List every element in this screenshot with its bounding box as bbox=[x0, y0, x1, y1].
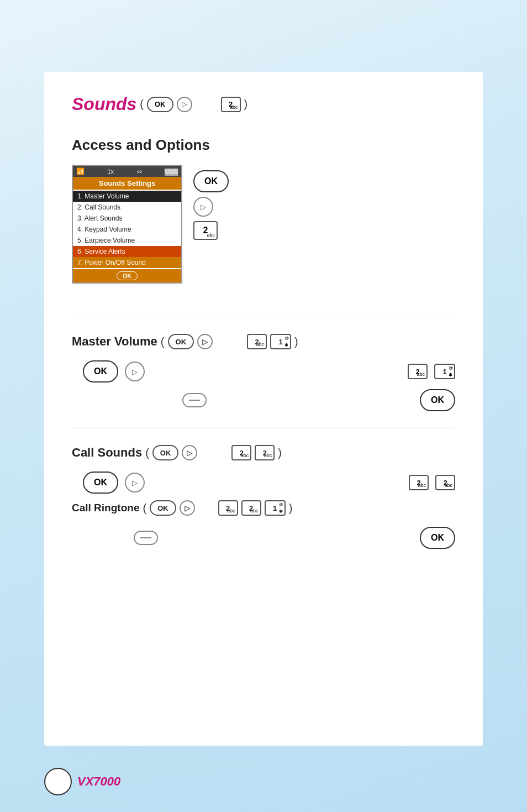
footer: VX7000 bbox=[44, 768, 120, 795]
menu-item-2: 2. Call Sounds bbox=[73, 202, 181, 213]
signal-icon: 📶 bbox=[76, 167, 85, 175]
ok-button-cr-confirm[interactable]: OK bbox=[420, 527, 455, 549]
master-volume-heading: Master Volume ( OK ▷ 2abc 1 @ ✱ ) bbox=[72, 334, 455, 349]
access-heading: Access and Options bbox=[72, 137, 455, 154]
access-keys: OK ▷ 2abc bbox=[193, 165, 229, 240]
screen-title: Sounds Settings bbox=[73, 177, 181, 190]
brand-name: VX7000 bbox=[77, 774, 120, 789]
cr-step-1: OK bbox=[72, 527, 455, 549]
ok-button-title[interactable]: OK bbox=[147, 97, 173, 112]
key-2abc-cs-2: 2abc bbox=[255, 445, 275, 460]
menu-item-4: 4. Keypad Volume bbox=[73, 224, 181, 235]
key-2abc-cs-step-1: 2abc bbox=[409, 475, 429, 490]
access-key-row-1: OK bbox=[193, 170, 229, 192]
menu-item-5: 5. Earpiece Volume bbox=[73, 235, 181, 246]
arrow-mv-step: ▷ bbox=[132, 368, 138, 376]
menu-item-6: 6. Service Alerts bbox=[73, 246, 181, 257]
ok-button-cs-step[interactable]: OK bbox=[83, 472, 118, 494]
title-section: Sounds ( OK ▷ 2abc ) bbox=[72, 94, 455, 114]
key-2abc-cr-1: 2abc bbox=[218, 500, 238, 516]
battery-icon: ▓▓▓ bbox=[165, 168, 178, 175]
screen-menu: 1. Master Volume 2. Call Sounds 3. Alert… bbox=[73, 190, 181, 269]
ok-button-cs[interactable]: OK bbox=[152, 445, 179, 460]
divider-1 bbox=[72, 317, 455, 317]
ok-button-mv-step[interactable]: OK bbox=[83, 360, 118, 383]
key-2abc-mv-step: 2abc bbox=[408, 364, 428, 379]
circle-button-access[interactable]: ▷ bbox=[193, 197, 213, 217]
key-2abc-title: 2abc bbox=[221, 97, 241, 112]
arrow-icon-access: ▷ bbox=[201, 203, 206, 211]
roaming-icon: 1x bbox=[107, 168, 114, 175]
key-2abc-access: 2abc bbox=[193, 221, 218, 240]
screen-ok: OK bbox=[73, 269, 181, 282]
mv-step-1: OK ▷ 2abc 1 @ ✱ bbox=[72, 360, 455, 383]
mv-step-2: OK bbox=[72, 389, 455, 411]
key-1-mv: 1 @ ✱ bbox=[270, 334, 291, 349]
sync-icon: ⇔ bbox=[137, 168, 142, 175]
cs-step-1: OK ▷ 2abc 2abc bbox=[72, 472, 455, 494]
key-2abc-cs-1: 2abc bbox=[231, 445, 251, 460]
access-key-row-3: 2abc bbox=[193, 221, 229, 240]
circle-button-mv[interactable]: ▷ bbox=[197, 334, 213, 349]
call-sounds-section: Call Sounds ( OK ▷ 2abc 2abc ) OK ▷ 2abc bbox=[72, 445, 455, 549]
circle-button-cs-step[interactable]: ▷ bbox=[125, 473, 145, 493]
key-2abc-cr-2: 2abc bbox=[241, 500, 261, 516]
arrow-icon-cr: ▷ bbox=[185, 504, 190, 512]
arrow-cs-step: ▷ bbox=[132, 479, 138, 487]
phone-screen: 📶 1x ⇔ ▓▓▓ Sounds Settings 1. Master Vol… bbox=[72, 165, 182, 284]
divider-2 bbox=[72, 428, 455, 428]
master-volume-section: Master Volume ( OK ▷ 2abc 1 @ ✱ ) OK ▷ bbox=[72, 334, 455, 411]
circle-button-mv-step[interactable]: ▷ bbox=[125, 362, 145, 381]
page-title: Sounds bbox=[72, 94, 136, 114]
call-sounds-heading: Call Sounds ( OK ▷ 2abc 2abc ) bbox=[72, 445, 455, 460]
access-section: Access and Options 📶 1x ⇔ ▓▓▓ Sounds Set… bbox=[72, 137, 455, 300]
key-2abc-mv: 2abc bbox=[247, 334, 267, 349]
key-2abc-cs-step-2: 2abc bbox=[435, 475, 455, 490]
call-ringtone-heading: Call Ringtone ( OK ▷ 2abc 2abc 1 @ ✱ ) bbox=[72, 500, 455, 516]
key-1-mv-step: 1 @ ✱ bbox=[434, 364, 455, 379]
menu-item-1: 1. Master Volume bbox=[73, 191, 181, 202]
ok-button-access[interactable]: OK bbox=[193, 170, 229, 192]
screen-header: 📶 1x ⇔ ▓▓▓ bbox=[73, 166, 181, 177]
access-row: 📶 1x ⇔ ▓▓▓ Sounds Settings 1. Master Vol… bbox=[72, 165, 455, 300]
menu-item-7: 7. Power On/Off Sound bbox=[73, 257, 181, 268]
circle-button-title[interactable]: ▷ bbox=[177, 97, 192, 112]
circle-button-cr[interactable]: ▷ bbox=[180, 500, 195, 516]
ok-button-mv-confirm[interactable]: OK bbox=[420, 389, 455, 411]
scroll-icon-cr bbox=[134, 531, 158, 545]
scroll-icon-mv bbox=[182, 393, 207, 407]
arrow-icon-mv: ▷ bbox=[202, 338, 208, 346]
arrow-icon: ▷ bbox=[182, 100, 187, 108]
arrow-icon-cs: ▷ bbox=[187, 449, 192, 457]
access-key-row-2: ▷ bbox=[193, 197, 229, 217]
screen-ok-label: OK bbox=[117, 271, 138, 280]
circle-button-cs[interactable]: ▷ bbox=[182, 445, 197, 460]
ok-button-cr[interactable]: OK bbox=[150, 500, 176, 516]
menu-item-3: 3. Alert Sounds bbox=[73, 213, 181, 224]
key-1-cr: 1 @ ✱ bbox=[265, 500, 286, 516]
footer-logo-circle bbox=[44, 768, 72, 795]
main-container: Sounds ( OK ▷ 2abc ) Access and Options … bbox=[44, 72, 483, 746]
ok-button-mv[interactable]: OK bbox=[168, 334, 194, 349]
